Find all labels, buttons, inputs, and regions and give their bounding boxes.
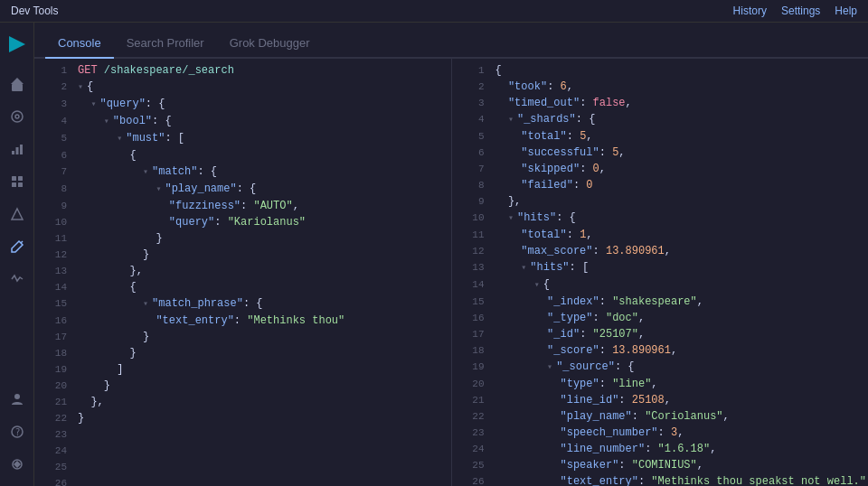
r-collapse-10[interactable]: ▾ <box>508 213 514 223</box>
sidebar-discover[interactable] <box>3 102 32 131</box>
code-line-10: 10 "query": "Kariolanus" <box>34 214 451 230</box>
r-code-line-3: 3 "timed_out": false, <box>452 95 869 111</box>
code-line-11: 11 } <box>34 230 451 247</box>
code-line-17: 17 } <box>34 329 451 345</box>
tab-bar: Console Search Profiler Grok Debugger <box>34 23 868 59</box>
r-code-line-6: 6 "successful": 5, <box>452 145 869 161</box>
top-bar: Dev Tools History Settings Help <box>0 0 868 23</box>
main-layout: ? Console Search Profiler Grok Debugger <box>0 23 868 486</box>
code-line-12: 12 } <box>34 247 451 263</box>
top-bar-actions: History Settings Help <box>733 5 857 17</box>
r-code-line-8: 8 "failed": 0 <box>452 177 869 193</box>
sidebar-visualize[interactable] <box>3 135 32 164</box>
r-collapse-13[interactable]: ▾ <box>521 263 526 273</box>
svg-rect-9 <box>12 182 16 187</box>
r-code-line-16: 16 "_type": "doc", <box>452 310 869 326</box>
sidebar-expand[interactable] <box>3 450 32 479</box>
code-line-22: 22 } <box>34 410 451 426</box>
svg-point-3 <box>15 115 19 118</box>
code-line-5: 5 ▾"must": [ <box>34 130 451 147</box>
sidebar-user[interactable] <box>3 385 32 414</box>
svg-rect-7 <box>12 176 16 181</box>
kibana-logo <box>3 30 32 59</box>
r-code-line-19: 19 ▾"_source": { <box>452 359 869 376</box>
svg-rect-0 <box>12 84 23 91</box>
r-code-line-25: 25 "speaker": "COMINIUS", <box>452 457 869 473</box>
code-line-8: 8 ▾"play_name": { <box>34 181 451 198</box>
sidebar-canvas[interactable] <box>3 200 32 229</box>
r-code-line-12: 12 "max_score": 13.890961, <box>452 243 869 259</box>
r-collapse-19[interactable]: ▾ <box>547 362 552 372</box>
settings-link[interactable]: Settings <box>781 5 820 17</box>
help-link[interactable]: Help <box>835 5 857 17</box>
code-line-2: 2 ▾{ <box>34 79 451 96</box>
sidebar-devtools[interactable] <box>3 232 32 261</box>
content-area: Console Search Profiler Grok Debugger 1 … <box>34 23 868 486</box>
r-code-line-18: 18 "_score": 13.890961, <box>452 342 869 359</box>
left-panel[interactable]: 1 GET /shakespeare/_search 2 ▾{ 3 ▾"quer… <box>34 59 452 486</box>
code-line-1: 1 GET /shakespeare/_search <box>34 62 451 79</box>
code-line-20: 20 } <box>34 378 451 394</box>
r-collapse-14[interactable]: ▾ <box>534 280 540 290</box>
tab-search-profiler[interactable]: Search Profiler <box>114 29 217 59</box>
sidebar-home[interactable] <box>3 70 32 98</box>
code-line-15: 15 ▾"match_phrase": { <box>34 295 451 313</box>
r-code-line-24: 24 "line_number": "1.6.18", <box>452 441 869 457</box>
code-line-7: 7 ▾"match": { <box>34 164 451 181</box>
svg-rect-10 <box>18 182 23 187</box>
code-line-18: 18 } <box>34 345 451 361</box>
r-code-line-7: 7 "skipped": 0, <box>452 161 869 177</box>
tab-grok-debugger[interactable]: Grok Debugger <box>217 29 323 59</box>
history-link[interactable]: History <box>733 5 767 17</box>
r-code-line-17: 17 "_id": "25107", <box>452 326 869 342</box>
r-code-line-13: 13 ▾"hits": [ <box>452 259 869 276</box>
svg-marker-11 <box>12 209 23 220</box>
r-code-line-21: 21 "line_id": 25108, <box>452 392 869 408</box>
collapse-4[interactable]: ▾ <box>104 117 109 126</box>
r-code-line-20: 20 "type": "line", <box>452 376 869 392</box>
app-title: Dev Tools <box>11 5 58 17</box>
collapse-5[interactable]: ▾ <box>117 134 122 144</box>
r-code-line-15: 15 "_index": "shakespeare", <box>452 294 869 310</box>
svg-rect-8 <box>18 176 23 181</box>
code-line-14: 14 { <box>34 279 451 295</box>
r-code-line-9: 9 }, <box>452 193 869 210</box>
collapse-7[interactable]: ▾ <box>143 167 148 177</box>
sidebar-help-bottom[interactable]: ? <box>3 417 32 446</box>
right-panel[interactable]: 1 { 2 "took": 6, 3 "timed_out": false, <box>452 59 869 486</box>
collapse-15[interactable]: ▾ <box>143 299 148 309</box>
code-line-6: 6 { <box>34 147 451 164</box>
code-line-16: 16 "text_entry": "Methinks thou" <box>34 313 451 329</box>
code-line-23: 23 <box>34 426 451 443</box>
svg-marker-16 <box>14 461 21 468</box>
sidebar: ? <box>0 23 34 486</box>
svg-marker-1 <box>11 78 24 84</box>
svg-text:?: ? <box>14 427 20 437</box>
r-code-line-14: 14 ▾{ <box>452 276 869 294</box>
right-code-editor[interactable]: 1 { 2 "took": 6, 3 "timed_out": false, <box>452 59 869 486</box>
r-code-line-23: 23 "speech_number": 3, <box>452 425 869 441</box>
r-collapse-4[interactable]: ▾ <box>508 115 514 125</box>
tab-console[interactable]: Console <box>45 29 114 59</box>
code-line-26: 26 <box>34 475 451 486</box>
r-code-line-26: 26 "text_entry": "Methinks thou speakst … <box>452 473 869 486</box>
collapse-3[interactable]: ▾ <box>90 99 96 109</box>
sidebar-apm[interactable] <box>3 265 32 294</box>
collapse-8[interactable]: ▾ <box>156 184 161 194</box>
code-line-21: 21 }, <box>34 394 451 410</box>
r-code-line-5: 5 "total": 5, <box>452 128 869 145</box>
r-code-line-22: 22 "play_name": "Coriolanus", <box>452 408 869 425</box>
sidebar-dashboard[interactable] <box>3 167 32 196</box>
code-line-25: 25 <box>34 459 451 475</box>
editor-panels: 1 GET /shakespeare/_search 2 ▾{ 3 ▾"quer… <box>34 59 868 486</box>
left-code-editor[interactable]: 1 GET /shakespeare/_search 2 ▾{ 3 ▾"quer… <box>34 59 451 486</box>
svg-rect-6 <box>20 145 23 154</box>
code-line-13: 13 }, <box>34 263 451 279</box>
svg-rect-5 <box>15 147 18 154</box>
r-code-line-11: 11 "total": 1, <box>452 227 869 243</box>
r-code-line-2: 2 "took": 6, <box>452 79 869 95</box>
svg-point-2 <box>12 111 23 122</box>
r-code-line-4: 4 ▾"_shards": { <box>452 111 869 128</box>
r-code-line-10: 10 ▾"hits": { <box>452 210 869 227</box>
collapse-2[interactable]: ▾ <box>78 82 83 92</box>
